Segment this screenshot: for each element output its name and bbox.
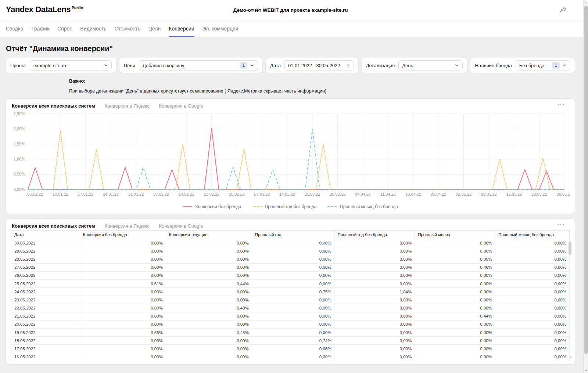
filter-project-label: Проект: [10, 63, 26, 68]
filter-date-label: Дата: [270, 63, 281, 68]
logo-public-badge: Public: [72, 6, 83, 10]
column-header-3[interactable]: Конверсии текущие: [166, 231, 252, 239]
value-cell: 0,61%: [80, 279, 166, 287]
value-cell: 0,00%: [415, 296, 495, 304]
filter-brand-label: Наличие бренда: [475, 63, 512, 68]
filter-date-select[interactable]: 01.01.2022 - 30.05.2022✕: [284, 60, 354, 70]
value-cell: 0,00%: [166, 255, 252, 263]
value-cell: 0,00%: [415, 353, 495, 361]
page-scrollbar[interactable]: ▲ ▼: [583, 0, 588, 373]
table-row: 21.05.20220,00%0,00%0,00%0,00%0,44%0,00%: [11, 312, 570, 320]
table-card-tabs: Конверсия всех поисковых системКонверсия…: [12, 223, 570, 229]
table-scrollbar-thumb[interactable]: [569, 242, 571, 255]
svg-text:14.02.22: 14.02.22: [179, 192, 194, 196]
svg-text:21.02.22: 21.02.22: [204, 192, 219, 196]
date-cell: 16.05.2022: [11, 353, 80, 361]
column-header-2[interactable]: Конверсии без бренда: [80, 231, 166, 239]
column-header-5[interactable]: Прошлый год без бренда: [334, 231, 415, 239]
filter-brand-select[interactable]: Без бренда1: [516, 60, 570, 70]
nav-tab-1[interactable]: Сводка: [6, 21, 23, 37]
filter-detail-select[interactable]: День: [398, 60, 463, 70]
value-cell: 0,00%: [166, 288, 252, 296]
nav-tab-8[interactable]: Эл. коммерция: [202, 21, 239, 37]
legend-item-3[interactable]: Прошлый месяц без бренда: [327, 204, 398, 209]
filter-project-select[interactable]: example-site.ru: [30, 60, 112, 70]
value-cell: 0,00%: [334, 271, 415, 279]
share-icon[interactable]: [559, 6, 568, 15]
chevron-down-icon: [250, 63, 254, 68]
value-cell: 0,00%: [252, 263, 334, 271]
date-cell: 22.05.2022: [11, 304, 80, 312]
filters-row: Проектexample-site.ruЦелиДобавил в корзи…: [6, 58, 575, 73]
app-logo: Yandex DataLensPublic: [6, 5, 83, 14]
chevron-down-icon: [455, 63, 459, 68]
value-cell: 0,00%: [415, 345, 495, 353]
filter-goals-select[interactable]: Добавил в корзину1: [139, 60, 258, 70]
column-header-7[interactable]: Прошлый месяц без бренда: [495, 231, 569, 239]
chart-card: Конверсия всех поисковых системКонверсия…: [6, 99, 575, 214]
value-cell: 0,48%: [166, 304, 252, 312]
value-cell: 0,00%: [80, 320, 166, 328]
page-scrollbar-thumb[interactable]: [584, 6, 588, 354]
value-cell: 0,00%: [495, 320, 569, 328]
date-cell: 27.05.2022: [11, 263, 80, 271]
value-cell: 0,00%: [415, 304, 495, 312]
value-cell: 0,75%: [252, 288, 334, 296]
chart-tab-2[interactable]: Конверсия в Яндекс: [105, 103, 150, 109]
table-row: 30.05.20220,00%0,00%0,00%0,00%0,00%0,00%: [11, 239, 570, 247]
svg-text:18.04.22: 18.04.22: [405, 192, 421, 196]
value-cell: 0,00%: [495, 271, 569, 279]
nav-tab-5[interactable]: Стоимость: [115, 21, 140, 37]
table-row: 28.05.20220,00%0,00%0,00%0,00%0,00%0,00%: [11, 255, 570, 263]
filter-goals-label: Цели: [124, 63, 135, 68]
value-cell: 0,68%: [252, 345, 334, 353]
nav-tab-7[interactable]: Конверсии: [169, 21, 194, 37]
svg-text:25.04.22: 25.04.22: [431, 192, 447, 196]
table-scroll-down-icon[interactable]: ▼: [569, 356, 572, 359]
legend-label: Прошлый месяц без бренда: [340, 204, 398, 209]
value-cell: 0,00%: [80, 247, 166, 255]
table-card: Конверсия всех поисковых системКонверсия…: [6, 219, 575, 364]
value-cell: 0,00%: [334, 320, 415, 328]
table-tab-3[interactable]: Конверсия в Google: [159, 223, 203, 229]
value-cell: 0,00%: [495, 345, 569, 353]
table-row: 29.05.20220,00%0,00%0,00%0,00%0,00%0,00%: [11, 247, 570, 255]
value-cell: 0,00%: [334, 312, 415, 320]
legend-item-1[interactable]: Конверсии без бренда: [183, 204, 241, 209]
value-cell: 0,00%: [415, 329, 495, 337]
value-cell: 0,00%: [166, 263, 252, 271]
legend-label: Прошлый год без бренда: [265, 204, 317, 209]
clear-icon[interactable]: ✕: [346, 63, 350, 68]
value-cell: 0,00%: [166, 247, 252, 255]
chart-tab-1[interactable]: Конверсия всех поисковых систем: [12, 103, 95, 109]
column-header-6[interactable]: Прошлый месяц: [415, 231, 495, 239]
nav-tabs: СводкаТрафикСпросВидимостьСтоимостьЦелиК…: [0, 21, 588, 37]
value-cell: 0,00%: [166, 296, 252, 304]
column-header-4[interactable]: Прошлый год: [252, 231, 334, 239]
value-cell: 0,00%: [495, 255, 569, 263]
value-cell: 0,00%: [334, 255, 415, 263]
column-header-1[interactable]: Дата: [11, 231, 80, 239]
chart-tab-3[interactable]: Конверсия в Google: [159, 103, 203, 109]
value-cell: 0,00%: [495, 312, 569, 320]
value-cell: 0,00%: [334, 337, 415, 345]
svg-text:14.03.22: 14.03.22: [279, 192, 295, 196]
nav-tab-4[interactable]: Видимость: [80, 21, 106, 37]
legend-item-2[interactable]: Прошлый год без бренда: [252, 204, 317, 209]
value-cell: 0,00%: [80, 353, 166, 361]
svg-text:31.01.22: 31.01.22: [128, 192, 144, 196]
table-tab-1[interactable]: Конверсия всех поисковых систем: [12, 223, 95, 229]
nav-tab-3[interactable]: Спрос: [57, 21, 72, 37]
table-menu-ellipsis-icon[interactable]: ···: [557, 221, 565, 227]
value-cell: 0,00%: [252, 312, 334, 320]
chart-legend: Конверсии без брендаПрошлый год без брен…: [11, 204, 570, 209]
nav-tab-6[interactable]: Цели: [148, 21, 161, 37]
table-tab-2[interactable]: Конверсия в Яндекс: [105, 223, 150, 229]
scroll-down-icon[interactable]: ▼: [584, 369, 588, 372]
value-cell: 0,00%: [80, 312, 166, 320]
scroll-up-icon[interactable]: ▲: [584, 1, 588, 4]
svg-text:30.05.22: 30.05.22: [557, 192, 570, 196]
nav-tab-2[interactable]: Трафик: [31, 21, 49, 37]
chart-menu-ellipsis-icon[interactable]: ···: [557, 101, 565, 107]
table-row: 19.05.20220,66%0,45%0,00%0,00%0,00%0,00%: [11, 329, 570, 337]
